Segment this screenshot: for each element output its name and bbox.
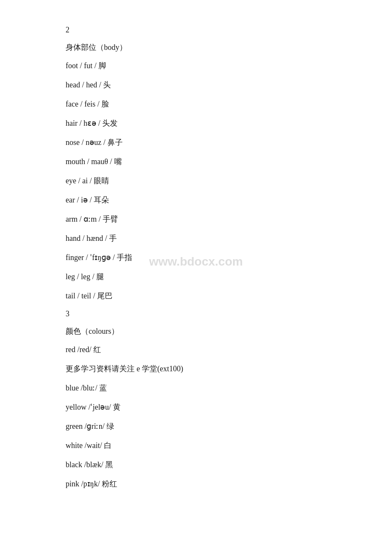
vocab-item: hand / hænd / 手 xyxy=(66,233,392,244)
vocab-item: foot / fut / 脚 xyxy=(66,60,392,72)
vocab-item: yellow /ˈjeləu/ 黄 xyxy=(66,402,392,413)
vocab-item: pink /pɪŋk/ 粉红 xyxy=(66,478,392,490)
vocab-item: mouth / mauθ / 嘴 xyxy=(66,156,392,168)
vocab-item: white /wait/ 白 xyxy=(66,440,392,451)
vocab-item: black /blæk/ 黑 xyxy=(66,459,392,471)
vocab-item: hair / hɛə / 头发 xyxy=(66,118,392,129)
vocab-item: blue /bluː/ 蓝 xyxy=(66,382,392,394)
vocab-item: nose / nəuz / 鼻子 xyxy=(66,137,392,148)
vocab-item: tail / teil / 尾巴 xyxy=(66,290,392,302)
vocab-item: finger / ˈfɪŋɡə / 手指 xyxy=(66,252,392,263)
section-title: 颜色（colours） xyxy=(66,326,392,336)
section-number: 2 xyxy=(66,26,392,35)
content-list: 2身体部位（body）foot / fut / 脚head / hed / 头f… xyxy=(66,26,392,490)
vocab-item: leg / leg / 腿 xyxy=(66,271,392,283)
notice-item: 更多学习资料请关注 e 学堂(ext100) xyxy=(66,363,392,375)
vocab-item: green /ɡriːn/ 绿 xyxy=(66,421,392,432)
vocab-item: arm / ɑːm / 手臂 xyxy=(66,214,392,225)
section-number: 3 xyxy=(66,309,392,318)
vocab-item: head / hed / 头 xyxy=(66,79,392,91)
vocab-item: ear / iə / 耳朵 xyxy=(66,194,392,206)
section-title: 身体部位（body） xyxy=(66,42,392,52)
vocab-item: eye / ai / 眼睛 xyxy=(66,175,392,187)
vocab-item: face / feis / 脸 xyxy=(66,98,392,110)
page-container: www.bdocx.com 2身体部位（body）foot / fut / 脚h… xyxy=(0,0,392,523)
vocab-item: red /red/ 红 xyxy=(66,344,392,356)
